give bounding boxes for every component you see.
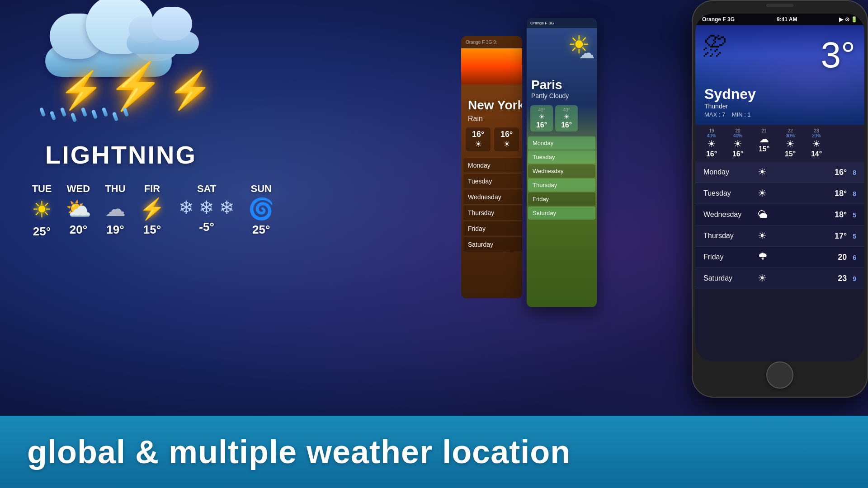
phone-newyork: Orange F 3G 9: ☀ New York Rain 16° ☀ 16°… bbox=[461, 36, 522, 298]
bottom-banner: global & multiple weather location bbox=[0, 416, 868, 488]
sydney-condition: Thunder bbox=[704, 103, 756, 110]
newyork-condition: Rain bbox=[461, 115, 522, 123]
newyork-day-1: 16° ☀ bbox=[466, 127, 491, 151]
day-high: 18° 8 bbox=[835, 189, 856, 198]
sydney-scroll-4: 22 30% ☀ 15° bbox=[778, 128, 802, 158]
day-name: Wednesday bbox=[703, 211, 758, 219]
day-label-sat: SAT bbox=[197, 183, 216, 195]
day-name: Saturday bbox=[703, 274, 758, 282]
scroll-icon: ☀ bbox=[700, 138, 723, 150]
sydney-maxmin: MAX : 7 MIN : 1 bbox=[704, 111, 756, 118]
cloud-small bbox=[122, 14, 212, 54]
scroll-temp: 15° bbox=[752, 145, 776, 153]
lightning-bolt-3: ⚡ bbox=[168, 72, 213, 108]
day-high: 20 6 bbox=[838, 253, 856, 262]
list-item: Tuesday bbox=[463, 174, 522, 189]
day-high: 17° 5 bbox=[835, 231, 856, 241]
sydney-screen: Orange F 3G 9:41 AM ▶ ⊙ 🔋 ⛈ 3° bbox=[695, 14, 864, 361]
day-icon-wed: ⛅ bbox=[66, 198, 91, 219]
paris-scroll: 40° ☀ 16° 40° ☀ 16° bbox=[527, 102, 597, 135]
sydney-city: Sydney bbox=[704, 86, 756, 103]
day-low: 9 bbox=[853, 275, 856, 282]
scroll-pct: 40% bbox=[726, 133, 750, 138]
sydney-city-info: Sydney Thunder MAX : 7 MIN : 1 bbox=[704, 86, 756, 118]
day-temp-wed: 20° bbox=[70, 223, 87, 237]
newyork-city: New York bbox=[461, 84, 522, 115]
scroll-icon: ☀ bbox=[778, 138, 802, 150]
paris-condition: Partly Cloudy bbox=[531, 92, 592, 99]
scroll-pct: 40% bbox=[700, 133, 723, 138]
paris-screen: Orange F 3G ☀ ☁ Paris Partly Cloudy 40° … bbox=[527, 18, 597, 307]
sydney-speaker bbox=[766, 4, 793, 7]
sydney-list-friday: Friday 🌩 20 6 bbox=[695, 247, 864, 268]
day-icon: 🌩 bbox=[758, 251, 768, 263]
sydney-scroll-5: 23 20% ☀ 14° bbox=[805, 128, 828, 158]
bottom-text: global & multiple weather location bbox=[27, 433, 571, 470]
scroll-temp: 14° bbox=[805, 150, 828, 158]
day-low: 5 bbox=[853, 211, 856, 219]
day-temp-thu: 19° bbox=[106, 223, 124, 237]
forecast-day-sun: SUN 🌀 25° bbox=[248, 183, 274, 239]
sydney-forecast-list: Monday ☀ 16° 8 Tuesday ☀ 18° 8 bbox=[695, 162, 864, 289]
sydney-weather-icon: ⛈ bbox=[702, 32, 727, 61]
sydney-scroll-1: 19 40% ☀ 16° bbox=[700, 128, 723, 158]
scroll-temp: 16° bbox=[726, 150, 750, 158]
day-high: 18° 5 bbox=[835, 210, 856, 220]
day-icon: ☀ bbox=[758, 188, 767, 199]
day-high: 16° 8 bbox=[835, 168, 856, 177]
list-item: Tuesday bbox=[528, 150, 595, 164]
day-icon-sun: 🌀 bbox=[248, 198, 274, 219]
main-content: ⚡ ⚡ ⚡ LIGHTNING TUE ☀ bbox=[0, 0, 868, 488]
sydney-list-tuesday: Tuesday ☀ 18° 8 bbox=[695, 183, 864, 204]
weather-type-title: LIGHTNING bbox=[45, 140, 316, 169]
day-name: Thursday bbox=[703, 232, 758, 240]
day-label-thu: THU bbox=[105, 183, 125, 195]
day-icon-sat: ❄ ❄ ❄ bbox=[179, 198, 235, 216]
newyork-list: Monday Tuesday Wednesday Thursday Friday… bbox=[461, 156, 522, 255]
newyork-screen: Orange F 3G 9: ☀ New York Rain 16° ☀ 16°… bbox=[461, 36, 522, 298]
sydney-weather-icons: ⛈ bbox=[702, 32, 727, 61]
forecast-day-tue: TUE ☀ 25° bbox=[32, 183, 52, 239]
list-item: Friday bbox=[463, 221, 522, 236]
scroll-date: 21 bbox=[752, 128, 776, 133]
scroll-icon: ☁ bbox=[752, 133, 776, 145]
day-icon: 🌥 bbox=[758, 209, 768, 221]
paris-city: Paris bbox=[531, 78, 592, 92]
lightning-bolts: ⚡ ⚡ ⚡ bbox=[59, 68, 213, 108]
sydney-scroll-2: 20 40% ☀ 16° bbox=[726, 128, 750, 158]
paris-scroll-2: 40° ☀ 16° bbox=[555, 105, 578, 131]
day-temp-fir: 15° bbox=[143, 223, 161, 237]
list-item: Wednesday bbox=[528, 164, 595, 178]
day-label-fir: FIR bbox=[144, 183, 160, 195]
day-icon: ☀ bbox=[758, 166, 767, 178]
rain-drops bbox=[41, 108, 127, 122]
day-low: 5 bbox=[853, 233, 856, 240]
scroll-icon: ☀ bbox=[805, 138, 828, 150]
day-temp-tue: 25° bbox=[33, 225, 51, 239]
day-high: 23 9 bbox=[838, 274, 856, 283]
forecast-row: TUE ☀ 25° WED ⛅ 20° THU ☁ 19° FIR ⚡ 15° … bbox=[32, 183, 316, 239]
day-icon: ☀ bbox=[758, 230, 767, 242]
sydney-scroll-3: 21 ☁ 15° bbox=[752, 128, 776, 158]
forecast-day-sat: SAT ❄ ❄ ❄ -5° bbox=[179, 183, 235, 239]
lightning-bolt-2: ⚡ bbox=[108, 63, 164, 108]
paris-city-header: Paris Partly Cloudy bbox=[527, 73, 597, 102]
sydney-carrier: Orange F 3G bbox=[702, 16, 735, 23]
main-weather-icon: ⚡ ⚡ ⚡ bbox=[23, 14, 212, 113]
day-name: Monday bbox=[703, 168, 758, 176]
day-label-tue: TUE bbox=[32, 183, 52, 195]
scroll-date: 19 bbox=[700, 128, 723, 133]
list-item: Saturday bbox=[528, 206, 595, 220]
day-icon-tue: ☀ bbox=[32, 198, 52, 221]
scroll-pct: 30% bbox=[778, 133, 802, 138]
scroll-date: 23 bbox=[805, 128, 828, 133]
sydney-list-monday: Monday ☀ 16° 8 bbox=[695, 162, 864, 183]
forecast-day-thu: THU ☁ 19° bbox=[105, 183, 126, 239]
sydney-time: 9:41 AM bbox=[777, 16, 797, 23]
day-name: Friday bbox=[703, 253, 758, 261]
newyork-day-2: 16° ☀ bbox=[494, 127, 519, 151]
sydney-battery: ▶ ⊙ 🔋 bbox=[839, 16, 858, 23]
scroll-date: 20 bbox=[726, 128, 750, 133]
home-button[interactable] bbox=[766, 361, 793, 389]
day-temp-sun: 25° bbox=[252, 223, 270, 237]
